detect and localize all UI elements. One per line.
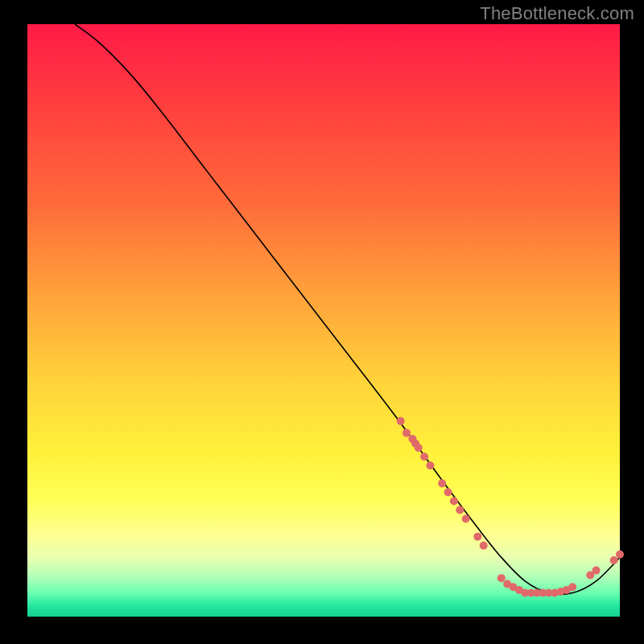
- data-marker: [426, 461, 434, 469]
- data-marker: [444, 488, 452, 496]
- chart-frame: TheBottleneck.com: [0, 0, 644, 644]
- data-marker: [616, 551, 624, 559]
- data-marker: [480, 542, 488, 550]
- data-marker: [568, 583, 576, 591]
- data-marker: [397, 417, 405, 425]
- watermark-label: TheBottleneck.com: [480, 3, 634, 24]
- data-marker: [473, 533, 481, 541]
- bottleneck-curve: [75, 24, 620, 594]
- data-marker: [456, 506, 464, 514]
- data-marker: [450, 497, 458, 505]
- data-marker: [402, 429, 411, 437]
- data-marker: [415, 444, 423, 452]
- data-marker: [420, 452, 428, 460]
- data-marker: [462, 515, 470, 523]
- data-marker: [497, 574, 506, 582]
- data-marker: [438, 479, 446, 487]
- data-marker: [610, 556, 618, 564]
- marker-group: [397, 417, 624, 597]
- chart-svg: [27, 24, 620, 617]
- plot-area: [27, 24, 620, 617]
- data-marker: [592, 567, 601, 575]
